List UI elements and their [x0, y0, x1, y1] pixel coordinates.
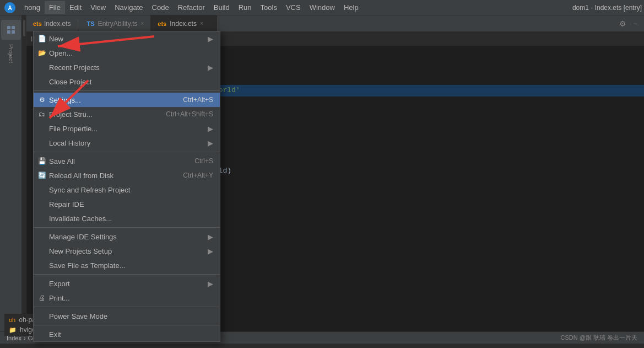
menu-power-save-label: Power Save Mode — [49, 312, 107, 320]
save-shortcut: Ctrl+S — [194, 157, 213, 165]
menu-item-view[interactable]: View — [86, 1, 110, 14]
panel-toggle[interactable] — [23, 20, 25, 36]
new-arrow: ▶ — [208, 35, 213, 43]
sep-6 — [34, 325, 220, 325]
menu-export-label: Export — [49, 280, 70, 288]
tab-label-index: Index.ets — [170, 20, 197, 28]
menu-item-build[interactable]: Build — [209, 1, 234, 14]
tab-ets-icon: ets — [158, 20, 166, 27]
menu-recent-label: Recent Projects — [49, 63, 100, 72]
project-struct-shortcut: Ctrl+Alt+Shift+S — [166, 110, 213, 118]
menu-export[interactable]: Export ▶ — [34, 276, 220, 291]
open-icon: 📂 — [37, 49, 47, 57]
menu-close-project[interactable]: Close Project — [34, 74, 220, 89]
menu-file-properties[interactable]: File Propertie... ▶ — [34, 121, 220, 136]
hvigor-icon: 📁 — [9, 326, 17, 334]
menu-item-run[interactable]: Run — [234, 1, 256, 14]
menu-item-window[interactable]: Window — [305, 1, 339, 14]
reload-icon: 🔄 — [37, 172, 47, 179]
menu-exit[interactable]: Exit — [34, 327, 220, 341]
menu-project-struct-label: Project Stru... — [49, 110, 93, 119]
print-icon: 🖨 — [37, 294, 47, 302]
menu-save-all[interactable]: 💾 Save All Ctrl+S — [34, 154, 220, 168]
tab-entry-ability[interactable]: TS EntryAbility.ts × — [80, 15, 151, 31]
menu-close-label: Close Project — [49, 78, 91, 86]
tab-settings-btn[interactable]: ⚙ — [617, 18, 629, 29]
menu-recent-projects[interactable]: Recent Projects ▶ — [34, 60, 220, 74]
menu-item-help[interactable]: Help — [339, 1, 363, 14]
menu-item-edit[interactable]: Edit — [65, 1, 86, 14]
menu-settings-label: Settings... — [49, 96, 81, 104]
menu-repair[interactable]: Repair IDE — [34, 197, 220, 211]
menu-reload-label: Reload All from Disk — [49, 172, 113, 180]
sep-1 — [34, 90, 220, 91]
menu-print[interactable]: 🖨 Print... — [34, 291, 220, 305]
sidebar-icon-project[interactable] — [1, 20, 21, 40]
menu-save-template[interactable]: Save File as Template... — [34, 258, 220, 272]
menu-item-code[interactable]: Code — [148, 1, 174, 14]
svg-rect-2 — [7, 26, 10, 29]
menu-sync[interactable]: Sync and Refresh Project — [34, 183, 220, 197]
sep-5 — [34, 307, 220, 307]
menu-item-refactor[interactable]: Refactor — [174, 1, 209, 14]
app-icon: A — [2, 0, 18, 15]
svg-rect-5 — [12, 30, 15, 34]
settings-icon: ⚙ — [37, 96, 47, 104]
menu-power-save[interactable]: Power Save Mode — [34, 309, 220, 323]
save-icon: 💾 — [37, 157, 47, 165]
menu-project-structure[interactable]: 🗂 Project Stru... Ctrl+Alt+Shift+S — [34, 107, 220, 121]
manage-ide-arrow: ▶ — [208, 233, 213, 241]
menu-open[interactable]: 📂 Open... — [34, 46, 220, 60]
tab-minimize-btn[interactable]: − — [631, 18, 640, 29]
menu-new-projects-setup[interactable]: New Projects Setup ▶ — [34, 244, 220, 258]
menu-exit-label: Exit — [49, 330, 61, 339]
menu-reload[interactable]: 🔄 Reload All from Disk Ctrl+Alt+Y — [34, 168, 220, 183]
breadcrumb-file: Index.ets — [44, 20, 71, 28]
tab-close-entry[interactable]: × — [140, 20, 144, 26]
menu-item-file[interactable]: File — [45, 1, 65, 14]
status-right: CSDN @跟 耿瑞 卷出一片天 — [560, 334, 637, 342]
menu-bar-left: A hong File Edit View Navigate Code Refa… — [2, 0, 363, 15]
menu-print-label: Print... — [49, 294, 70, 302]
file-props-arrow: ▶ — [208, 125, 213, 133]
menu-settings[interactable]: ⚙ Settings... Ctrl+Alt+S — [34, 93, 220, 107]
new-icon: 📄 — [37, 35, 47, 42]
sep-2 — [34, 152, 220, 152]
oh-icon: oh — [9, 317, 15, 323]
sep-3 — [34, 227, 220, 228]
menu-save-template-label: Save File as Template... — [49, 261, 126, 270]
svg-text:A: A — [8, 5, 12, 11]
menu-local-history-label: Local History — [49, 139, 90, 147]
export-arrow: ▶ — [208, 280, 213, 288]
menu-invalidate[interactable]: Invalidate Caches... — [34, 211, 220, 226]
reload-shortcut: Ctrl+Alt+Y — [183, 172, 213, 179]
menu-open-label: Open... — [49, 49, 73, 57]
local-history-arrow: ▶ — [208, 139, 213, 147]
tab-label-entry: EntryAbility.ts — [98, 20, 138, 28]
project-struct-icon: 🗂 — [37, 110, 47, 118]
recent-arrow: ▶ — [208, 63, 213, 72]
menu-sync-label: Sync and Refresh Project — [49, 186, 130, 194]
menu-bar: A hong File Edit View Navigate Code Refa… — [0, 0, 644, 15]
menu-item-hong[interactable]: hong — [20, 1, 45, 14]
tab-close-index[interactable]: × — [200, 20, 203, 26]
menu-new-label: New — [49, 35, 63, 43]
menu-item-navigate[interactable]: Navigate — [110, 1, 147, 14]
menu-file-props-label: File Propertie... — [49, 125, 98, 133]
settings-shortcut: Ctrl+Alt+S — [183, 96, 213, 104]
tab-index-ets[interactable]: ets Index.ets × — [151, 15, 217, 31]
top-breadcrumb: ets Index.ets — [29, 20, 75, 28]
menu-item-vcs[interactable]: VCS — [282, 1, 305, 14]
sidebar-label: Project — [8, 42, 14, 65]
sidebar: Project — [0, 15, 22, 331]
menu-item-tools[interactable]: Tools — [256, 1, 282, 14]
menu-manage-ide-label: Manage IDE Settings — [49, 233, 117, 241]
menu-repair-label: Repair IDE — [49, 200, 84, 208]
menu-new-projects-label: New Projects Setup — [49, 247, 112, 255]
menu-manage-ide[interactable]: Manage IDE Settings ▶ — [34, 229, 220, 244]
menu-local-history[interactable]: Local History ▶ — [34, 136, 220, 150]
editor-tabs: ets Index.ets TS EntryAbility.ts × ets I… — [26, 15, 644, 32]
tab-ts-icon: TS — [87, 20, 95, 27]
menu-new[interactable]: 📄 New ▶ — [34, 31, 220, 46]
project-panel-collapsed — [22, 15, 26, 331]
